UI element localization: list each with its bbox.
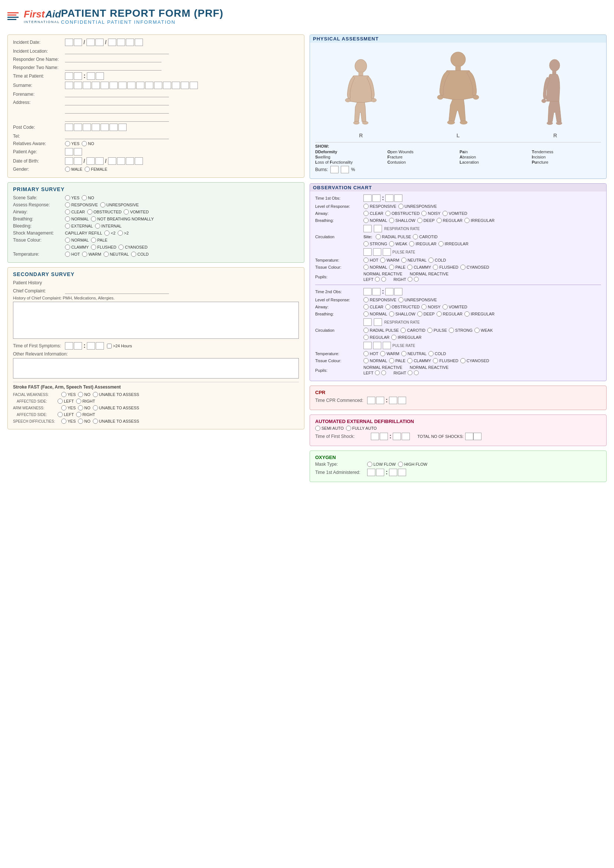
s12[interactable] xyxy=(163,82,171,89)
oxy-m2[interactable] xyxy=(398,469,406,476)
pc3[interactable] xyxy=(83,124,91,131)
obs2-t-pale-radio[interactable] xyxy=(389,358,394,363)
obs-t-cyanosed-radio[interactable] xyxy=(460,265,465,270)
sd-no-radio[interactable] xyxy=(78,418,83,424)
burns-input-1[interactable] xyxy=(330,166,338,173)
obs-b-deep[interactable]: DEEP xyxy=(417,218,435,223)
ps-neutral[interactable]: NEUTRAL xyxy=(104,252,129,257)
arm-right-radio[interactable] xyxy=(76,412,81,417)
obs2-b-irregular-radio[interactable] xyxy=(464,312,470,316)
obs-t-cyanosed[interactable]: CYANOSED xyxy=(460,265,489,270)
ps-clammy[interactable]: CLAMMY xyxy=(65,245,89,250)
obs2-unresponsive[interactable]: UNRESPONSIVE xyxy=(398,297,437,302)
pc4[interactable] xyxy=(92,124,100,131)
ps-pale-radio[interactable] xyxy=(91,237,96,243)
s13[interactable] xyxy=(172,82,180,89)
relatives-yes-radio[interactable] xyxy=(65,141,70,146)
s1[interactable] xyxy=(65,82,73,89)
ps-responsive-radio[interactable] xyxy=(65,202,70,208)
oxy-h1[interactable] xyxy=(367,469,375,476)
surname-boxes[interactable] xyxy=(65,82,198,89)
aed-total-shocks-1[interactable] xyxy=(465,433,473,440)
pulse-rate-1b[interactable] xyxy=(363,342,372,349)
aw-no[interactable]: NO xyxy=(78,405,91,411)
ps-cyanosed-radio[interactable] xyxy=(118,245,124,250)
resp-rate-1[interactable] xyxy=(363,225,372,232)
ps-cold-radio[interactable] xyxy=(131,252,136,257)
obs2-b-shallow-radio[interactable] xyxy=(389,312,394,316)
ps-warm-radio[interactable] xyxy=(82,252,87,257)
obs2-t-pale[interactable]: PALE xyxy=(389,358,405,363)
pc5[interactable] xyxy=(101,124,109,131)
aed-m2[interactable] xyxy=(402,433,410,440)
time-h2[interactable] xyxy=(74,72,82,80)
s14[interactable] xyxy=(181,82,189,89)
dob-y4[interactable] xyxy=(135,157,143,165)
s10[interactable] xyxy=(145,82,154,89)
time-symptoms-input[interactable]: : xyxy=(65,342,104,350)
time-1st-obs-input[interactable]: : xyxy=(363,194,402,202)
aw-unable[interactable]: UNABLE TO ASSESS xyxy=(93,405,139,411)
obs-responsive-radio[interactable] xyxy=(363,204,369,209)
obs2-t-cyanosed-radio[interactable] xyxy=(460,358,465,363)
ps-vomited[interactable]: VOMITED xyxy=(124,209,149,214)
obs-carotid[interactable]: CAROTID xyxy=(413,234,438,239)
s8[interactable] xyxy=(127,82,135,89)
obs-t-pale[interactable]: PALE xyxy=(389,265,405,270)
incident-location-input[interactable] xyxy=(65,48,169,54)
ps-breathing-normal[interactable]: NORMAL xyxy=(65,216,89,222)
ps-clear[interactable]: CLEAR xyxy=(65,209,85,214)
history-textarea[interactable] xyxy=(13,302,299,339)
obs2-weak-radio[interactable] xyxy=(474,328,480,333)
cpr-m1[interactable] xyxy=(389,397,397,404)
responder-one-input[interactable] xyxy=(65,56,161,62)
obs2-unresponsive-radio[interactable] xyxy=(398,297,403,302)
mask-high-flow[interactable]: HIGH FLOW xyxy=(398,462,427,467)
obs2-m1[interactable] xyxy=(385,288,394,295)
obs2-radial[interactable]: RADIAL PULSE xyxy=(363,328,399,333)
obs-b-shallow-radio[interactable] xyxy=(389,218,394,223)
age1[interactable] xyxy=(65,148,73,155)
pupils2-right-reactive-radio[interactable] xyxy=(414,370,419,375)
obs-b-irregular-radio[interactable] xyxy=(464,218,470,223)
oxygen-time-input[interactable]: : xyxy=(367,469,406,476)
obs2-b-regular[interactable]: REGULAR xyxy=(437,312,462,316)
gt24-checkbox[interactable] xyxy=(107,344,112,349)
obs2-b-deep[interactable]: DEEP xyxy=(417,312,435,316)
ps-lt2[interactable]: <2 xyxy=(104,231,115,236)
dob-d2[interactable] xyxy=(74,157,82,165)
as-right[interactable]: RIGHT xyxy=(76,398,95,404)
address-input-1[interactable] xyxy=(65,99,169,105)
ps-external[interactable]: EXTERNAL xyxy=(65,223,93,229)
obs-b-deep-radio[interactable] xyxy=(417,218,422,223)
date-y1[interactable] xyxy=(108,39,116,46)
pulse-rate-2b[interactable] xyxy=(373,342,381,349)
obs2-pulse-radio[interactable] xyxy=(427,328,433,333)
obs2-strong[interactable]: STRONG xyxy=(449,328,473,333)
aw-unable-radio[interactable] xyxy=(93,405,98,411)
obs-irreg[interactable]: IREGULAR xyxy=(409,241,436,246)
obs2-responsive-radio[interactable] xyxy=(363,297,369,302)
obs-obstructed-radio[interactable] xyxy=(385,211,391,216)
obs2-obstructed-radio[interactable] xyxy=(385,304,391,310)
obs-b-irregular[interactable]: IRREGULAR xyxy=(464,218,495,223)
other-info-textarea[interactable] xyxy=(13,358,299,378)
mask-low-flow[interactable]: LOW FLOW xyxy=(367,462,396,467)
cpr-h1[interactable] xyxy=(367,397,375,404)
mask-low-flow-radio[interactable] xyxy=(367,462,372,467)
forename-input[interactable] xyxy=(65,91,169,97)
fw-unable[interactable]: UNABLE TO ASSESS xyxy=(93,392,139,397)
date-y4[interactable] xyxy=(135,39,143,46)
obs-noisy-radio[interactable] xyxy=(421,211,426,216)
obs2-b-regular-radio[interactable] xyxy=(437,312,442,316)
obs2-weak[interactable]: WEAK xyxy=(474,328,493,333)
obs2-t-clammy[interactable]: CLAMMY xyxy=(407,358,431,363)
ps-internal-radio[interactable] xyxy=(95,223,100,229)
obs2-neutral-radio[interactable] xyxy=(401,351,406,356)
ts-h2[interactable] xyxy=(74,342,82,350)
ps-breathing-normal-radio[interactable] xyxy=(65,216,70,222)
time-m2[interactable] xyxy=(96,72,104,80)
ps-clammy-radio[interactable] xyxy=(65,245,70,250)
resp-rate-2[interactable] xyxy=(374,225,382,232)
pupils-right-reactive-radio[interactable] xyxy=(414,277,419,282)
